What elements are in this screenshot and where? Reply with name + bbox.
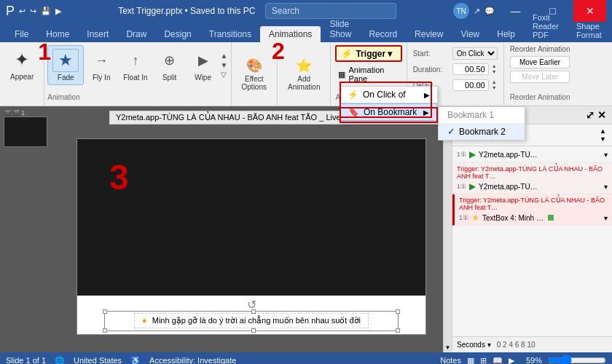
anim-down-arrow[interactable]: ▼ — [221, 61, 228, 69]
anim-pane-controls: ⤢ ✕ — [586, 109, 606, 121]
start-label: Start: — [413, 50, 450, 58]
start-select[interactable]: On Click — [452, 47, 498, 60]
undo-icon[interactable]: ↩ — [19, 7, 26, 16]
on-bookmark-label: On Bookmark — [364, 107, 417, 117]
reorder-group-label: Reorder Animation — [510, 93, 570, 103]
fade-icon: ★ — [52, 49, 79, 72]
floatin-button[interactable]: ↑ Float In — [119, 46, 152, 84]
flyin-button[interactable]: → Fly In — [85, 46, 117, 84]
tab-insert[interactable]: Insert — [78, 26, 117, 42]
on-bookmark-item[interactable]: 🔖 On Bookmark ▶ — [340, 103, 437, 121]
comments-icon[interactable]: 💬 — [484, 7, 495, 16]
view-reading-icon[interactable]: 📖 — [493, 356, 503, 365]
tab-animations[interactable]: Animations — [260, 26, 321, 42]
title-text: Text Trigger.pptx • Saved to this PC — [118, 6, 255, 16]
present-icon[interactable]: ▶ — [55, 7, 61, 16]
view-present-icon[interactable]: ▶ — [509, 356, 514, 365]
animationpane-label: AnimationPane — [348, 66, 384, 83]
caption-textbox[interactable]: ● Minh gặp gỡ là do ý trời ai chẳng muốn… — [134, 313, 369, 328]
move-earlier-button[interactable]: Move Earlier — [510, 56, 570, 68]
duration-input[interactable] — [452, 63, 489, 75]
scroll-down-arrow[interactable]: ▼ — [445, 344, 451, 351]
window-title: Text Trigger.pptx • Saved to this PC — [67, 3, 447, 19]
notes-button[interactable]: Notes — [440, 356, 461, 364]
view-normal-icon[interactable]: ▦ — [467, 356, 474, 365]
caption-dot: ● — [142, 316, 147, 325]
slide-white[interactable]: ↺ ● Minh gặp gỡ là do ý trời ai chẳng mu… — [76, 138, 426, 335]
view-slide-icon[interactable]: ⊞ — [480, 356, 487, 365]
delay-input[interactable] — [452, 79, 489, 91]
timeline-label: Seconds ▾ — [457, 341, 491, 349]
ribbon-tabs: File Home Insert Draw Design Transitions… — [0, 22, 612, 42]
duration-up-arrow[interactable]: ▲ — [492, 63, 497, 69]
move-later-button[interactable]: Move Later — [510, 71, 570, 83]
handle-bm — [251, 328, 256, 333]
bookmark2-item[interactable]: ✓ Bookmark 2 — [439, 124, 525, 140]
rotate-handle[interactable]: ↺ — [247, 298, 256, 312]
effect-options-button[interactable]: 🎨 EffectOptions — [238, 45, 271, 103]
duration-label: Duration: — [413, 66, 450, 74]
ribbon-group-reorder: Reorder Animation Move Earlier Move Late… — [504, 42, 576, 106]
save-icon[interactable]: 💾 — [41, 7, 51, 16]
add-animation-button[interactable]: ⭐ AddAnimation 2 — [283, 45, 324, 103]
addanim-icon: ⭐ — [296, 58, 312, 74]
wipe-button[interactable]: ▶ Wipe — [187, 46, 219, 84]
animation-pane-button[interactable]: ▦ AnimationPane — [335, 65, 401, 84]
tab-help[interactable]: Help — [488, 26, 524, 42]
slide-thumb-1[interactable]: 🎬 🎬 1 — [4, 109, 47, 147]
onclick-of-item[interactable]: ⚡ On Click of ▶ — [340, 87, 437, 103]
tab-shapeformat[interactable]: Shape Format — [568, 19, 611, 42]
tab-foxit[interactable]: Foxit Reader PDF — [524, 10, 568, 42]
tab-file[interactable]: File — [6, 26, 37, 42]
anim-2-play-icon: ▶ — [469, 181, 476, 191]
delay-up-arrow[interactable]: ▲ — [492, 79, 497, 85]
tab-draw[interactable]: Draw — [117, 26, 155, 42]
tab-design[interactable]: Design — [155, 26, 200, 42]
tab-record[interactable]: Record — [360, 26, 406, 42]
anim-pane-expand-icon[interactable]: ⤢ — [586, 109, 595, 121]
status-bar: Slide 1 of 1 🌐 United States ♿ Accessibi… — [0, 352, 612, 364]
anim-trigger-1-row: 1① ▶ Y2meta.app-TÙ… ▾ — [457, 181, 608, 191]
share-icon[interactable]: ↗ — [474, 7, 480, 16]
trigger-button[interactable]: ⚡ Trigger ▾ — [335, 45, 401, 62]
fade-button[interactable]: ★ Fade 1 — [47, 45, 84, 85]
anim-more-arrow[interactable]: ▽ — [221, 71, 228, 79]
anim-up-arrow[interactable]: ▲ — [221, 52, 228, 60]
anim-1-name: Y2meta.app-TÙ… — [479, 151, 538, 159]
slide-sidebar: 🎬 🎬 1 — [0, 106, 51, 352]
anim-1-arrow[interactable]: ▾ — [604, 151, 608, 159]
anim-sort-up[interactable]: ▲ — [600, 127, 606, 135]
addanim-label: AddAnimation — [288, 75, 320, 91]
anim-2-name: Y2meta.app-TÙ… — [479, 183, 538, 191]
tab-slideshow[interactable]: Slide Show — [321, 16, 360, 42]
tab-review[interactable]: Review — [406, 26, 452, 42]
accessibility-icon: ♿ — [130, 356, 141, 365]
floatin-icon: ↑ — [124, 49, 147, 72]
anim-3-arrow[interactable]: ▾ — [604, 214, 608, 222]
anim-pane-close-icon[interactable]: ✕ — [597, 109, 606, 121]
trigger-dropdown-overlay: ⚡ On Click of ▶ 🔖 On Bookmark ▶ Bookmark… — [340, 86, 438, 122]
tab-transitions[interactable]: Transitions — [200, 26, 260, 42]
flyin-icon: → — [90, 49, 113, 72]
start-row: Start: On Click — [413, 45, 498, 61]
more-animations-arrows[interactable]: ▲ ▼ ▽ — [221, 52, 228, 79]
anim-2-arrow[interactable]: ▾ — [604, 183, 608, 191]
zoom-slider[interactable] — [548, 355, 606, 364]
anim-sort-down[interactable]: ▼ — [600, 135, 606, 143]
ribbon-group-effect: 🎨 EffectOptions — [232, 42, 278, 106]
duration-down-arrow[interactable]: ▼ — [492, 69, 497, 75]
anim-3-num: 1① — [459, 214, 468, 221]
trigger-label: Trigger ▾ — [356, 49, 392, 59]
anim-1-play-icon: ▶ — [469, 149, 476, 159]
slide-scrollbar-v[interactable]: ▲ ▼ — [443, 106, 452, 352]
bookmark2-checkmark: ✓ — [447, 127, 455, 137]
split-button[interactable]: ⊕ Split — [154, 46, 186, 84]
tab-home[interactable]: Home — [37, 26, 78, 42]
redo-icon[interactable]: ↪ — [30, 7, 36, 16]
reorder-title: Reorder Animation — [510, 45, 570, 53]
handle-bl — [103, 328, 107, 333]
appear-button[interactable]: ✦ Appear — [6, 45, 38, 84]
delay-down-arrow[interactable]: ▼ — [492, 85, 497, 91]
anim-list: 1① ▶ Y2meta.app-TÙ… ▾ Trigger: Y2meta.ap… — [452, 146, 612, 336]
tab-view[interactable]: View — [452, 26, 488, 42]
